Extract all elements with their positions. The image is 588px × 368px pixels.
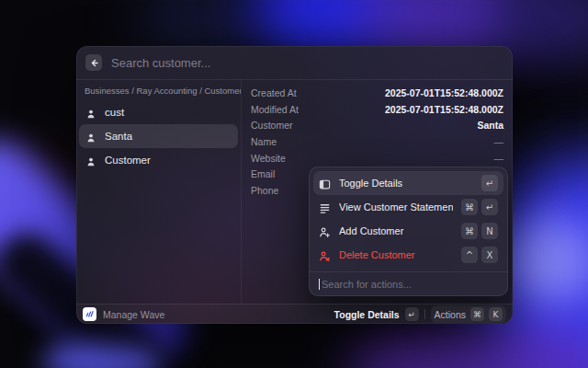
footer-actions-label: Actions xyxy=(435,309,466,320)
list-item-cust[interactable]: cust xyxy=(79,100,238,124)
search-input[interactable] xyxy=(111,56,503,70)
key-cmd: ⌘ xyxy=(470,307,484,321)
command-palette-window: Businesses / Ray Accounting / Customers … xyxy=(76,46,513,324)
detail-label: Customer xyxy=(251,120,293,131)
person-remove-icon xyxy=(319,249,331,261)
detail-row: Website — xyxy=(251,150,503,167)
shortcut-keys: ^ X xyxy=(461,247,498,263)
detail-label: Email xyxy=(251,168,275,179)
person-add-icon xyxy=(319,225,331,237)
key-n: N xyxy=(481,223,498,239)
menu-item-label: Add Customer xyxy=(339,225,453,236)
menu-item-delete-customer[interactable]: Delete Customer ^ X xyxy=(313,243,503,267)
detail-label: Created At xyxy=(251,87,297,98)
action-menu: Toggle Details ↵ View Customer Statement… xyxy=(309,167,508,296)
list-item-santa-selected[interactable]: Santa xyxy=(79,124,238,148)
key-x: X xyxy=(481,247,498,263)
key-return: ↵ xyxy=(481,199,498,215)
detail-row: Name — xyxy=(251,133,503,150)
key-ctrl: ^ xyxy=(461,247,478,263)
detail-value: 2025-07-01T15:52:48.000Z xyxy=(385,87,503,98)
back-button[interactable] xyxy=(85,54,102,71)
detail-label: Website xyxy=(251,153,286,164)
wave-logo-icon xyxy=(83,307,96,321)
footer-actions-button[interactable]: Actions ⌘ K xyxy=(431,305,506,323)
statement-lines-icon xyxy=(319,201,331,213)
menu-item-toggle-details[interactable]: Toggle Details ↵ xyxy=(313,171,503,195)
footer-bar: Manage Wave Toggle Details ↵ Actions ⌘ K xyxy=(76,304,513,324)
menu-item-view-customer-statement[interactable]: View Customer Statement ⌘ ↵ xyxy=(313,195,503,219)
detail-value: — xyxy=(494,136,504,147)
text-cursor xyxy=(319,279,320,290)
menu-item-label: View Customer Statement xyxy=(339,201,453,213)
app-name: Manage Wave xyxy=(103,309,164,320)
shortcut-keys: ⌘ ↵ xyxy=(461,199,498,215)
footer-actions: Toggle Details ↵ Actions ⌘ K xyxy=(334,305,506,323)
wallpaper-blob xyxy=(345,324,588,368)
menu-item-add-customer[interactable]: Add Customer ⌘ N xyxy=(313,219,503,243)
breadcrumb: Businesses / Ray Accounting / Customers xyxy=(76,84,241,98)
list-item-label: Customer xyxy=(105,155,151,166)
action-search-input[interactable]: Search for actions... xyxy=(309,272,508,296)
person-icon xyxy=(85,107,96,118)
detail-row: Created At 2025-07-01T15:52:48.000Z xyxy=(251,85,503,101)
detail-row: Modified At 2025-07-01T15:52:48.000Z xyxy=(251,101,503,118)
key-return: ↵ xyxy=(481,175,498,191)
shortcut-keys: ⌘ N xyxy=(461,223,498,239)
shortcut-keys: ↵ xyxy=(481,175,498,191)
detail-value: Santa xyxy=(477,120,503,131)
footer-toggle-label: Toggle Details xyxy=(334,309,400,320)
action-search-placeholder: Search for actions... xyxy=(322,279,412,290)
customer-list-panel: Businesses / Ray Accounting / Customers … xyxy=(76,79,242,304)
detail-label: Phone xyxy=(251,185,278,196)
search-header xyxy=(76,46,513,80)
person-icon xyxy=(85,155,96,166)
menu-item-label: Delete Customer xyxy=(339,249,453,260)
detail-value: — xyxy=(494,153,504,164)
arrow-left-icon xyxy=(89,58,99,68)
action-menu-list: Toggle Details ↵ View Customer Statement… xyxy=(309,167,508,271)
list-item-label: Santa xyxy=(105,131,132,142)
footer-separator xyxy=(424,309,425,319)
sidebar-toggle-icon xyxy=(319,178,331,190)
footer-toggle-details-button[interactable]: Toggle Details ↵ xyxy=(334,307,419,321)
key-cmd: ⌘ xyxy=(461,199,478,215)
menu-item-label: Toggle Details xyxy=(339,178,473,189)
detail-value: 2025-07-01T15:52:48.000Z xyxy=(385,104,503,115)
key-k: K xyxy=(489,307,503,321)
detail-label: Name xyxy=(251,136,277,147)
list-item-customer[interactable]: Customer xyxy=(79,148,238,172)
detail-label: Modified At xyxy=(251,104,299,115)
key-return: ↵ xyxy=(405,307,419,321)
key-cmd: ⌘ xyxy=(461,223,478,239)
person-icon xyxy=(85,131,96,142)
list-item-label: cust xyxy=(105,107,124,118)
detail-row: Customer Santa xyxy=(251,117,503,133)
